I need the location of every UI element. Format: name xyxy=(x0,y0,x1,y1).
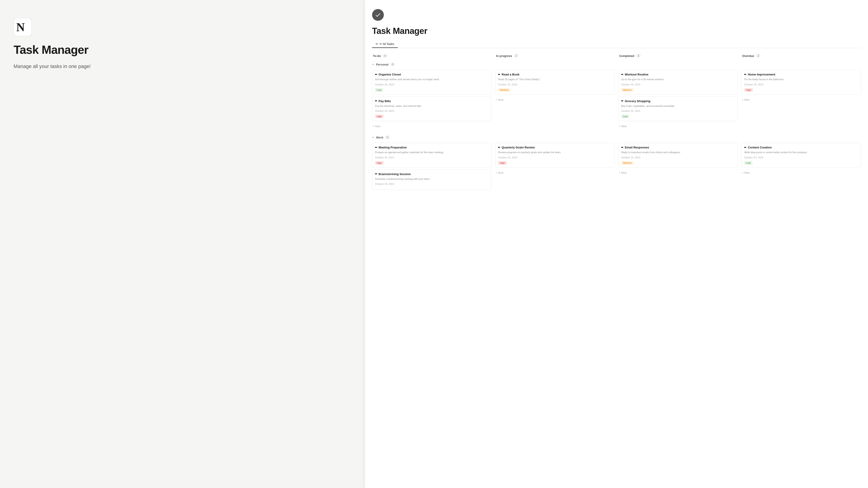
task-date: October 26, 2023 xyxy=(375,83,489,86)
new-label: New xyxy=(744,171,749,174)
tabs-bar: ✏ ✏ All Tasks xyxy=(372,40,861,48)
work-inprogress-col: ✏ Quarterly Goals Review Review progress… xyxy=(495,143,615,192)
group-count-personal: 6 xyxy=(391,63,395,66)
task-title: ✏ Brainstorming Session xyxy=(375,172,489,176)
priority-badge: Low xyxy=(621,115,629,118)
column-title-inprogress: In progress xyxy=(496,54,512,58)
group-toggle-personal[interactable]: ▼ xyxy=(372,63,374,66)
page-wrapper: N Task Manager Manage all your tasks in … xyxy=(0,0,868,488)
personal-inprogress-new[interactable]: + New xyxy=(495,97,615,102)
task-desc: Prepare an agenda and gather materials f… xyxy=(375,151,489,154)
task-date: October 26, 2023 xyxy=(375,156,489,159)
personal-completed-new[interactable]: + New xyxy=(618,124,738,129)
priority-badge: Medium xyxy=(621,161,633,165)
group-work: ▼ Work 5 ✏ Meeting Preparation Prepare a… xyxy=(372,134,861,192)
priority-badge: High xyxy=(744,88,753,92)
new-label: New xyxy=(621,125,627,128)
task-icon: ✏ xyxy=(375,172,377,175)
task-date: October 25, 2023 xyxy=(744,156,858,159)
plus-icon: + xyxy=(619,125,620,128)
personal-overdue-col: ✏ Home Improvement Fix the leaky faucet … xyxy=(741,70,861,129)
priority-badge: Low xyxy=(375,88,383,92)
tab-all-tasks[interactable]: ✏ ✏ All Tasks xyxy=(372,40,398,48)
task-title: ✏ Content Creation xyxy=(744,146,858,149)
task-title: ✏ Quarterly Goals Review xyxy=(498,146,612,149)
work-completed-col: ✏ Email Responses Reply to important ema… xyxy=(618,143,738,192)
task-date: October 26, 2023 xyxy=(498,156,612,159)
column-header-completed: Completed 3 xyxy=(618,53,738,59)
task-icon: ✏ xyxy=(375,146,377,149)
work-inprogress-new[interactable]: + New xyxy=(495,170,615,175)
left-panel: N Task Manager Manage all your tasks in … xyxy=(0,0,365,488)
plus-icon: + xyxy=(742,98,743,101)
task-read-book[interactable]: ✏ Read a Book Read 20 pages of "The Grea… xyxy=(495,70,615,95)
work-completed-new[interactable]: + New xyxy=(618,170,738,175)
new-label: New xyxy=(375,125,380,128)
task-icon: ✏ xyxy=(621,99,623,103)
plus-icon: + xyxy=(495,171,497,174)
task-desc: Go to the gym for a 30-minute workout xyxy=(621,77,735,81)
task-icon: ✏ xyxy=(621,73,623,76)
task-quarterly-goals[interactable]: ✏ Quarterly Goals Review Review progress… xyxy=(495,143,615,168)
plus-icon: + xyxy=(495,98,497,101)
group-header-work: ▼ Work 5 xyxy=(372,134,861,140)
group-toggle-work[interactable]: ▼ xyxy=(372,136,374,139)
task-organize-closet[interactable]: ✏ Organize Closet Sort through clothes a… xyxy=(372,70,492,95)
task-icon: ✏ xyxy=(621,146,623,149)
task-date: October 26, 2023 xyxy=(375,109,489,112)
personal-completed-col: ✏ Workout Routine Go to the gym for a 30… xyxy=(618,70,738,129)
new-label: New xyxy=(621,171,627,174)
tab-label: ✏ All Tasks xyxy=(379,42,394,46)
column-header-todo: To-do 4 xyxy=(372,53,492,59)
group-work-columns: ✏ Meeting Preparation Prepare an agenda … xyxy=(372,143,861,192)
task-title: ✏ Organize Closet xyxy=(375,73,489,76)
personal-overdue-new[interactable]: + New xyxy=(741,97,861,102)
task-title: ✏ Workout Routine xyxy=(621,73,735,76)
column-header-overdue: Overdue 2 xyxy=(741,53,861,59)
group-personal: ▼ Personal 6 ✏ Organize Closet Sort thro… xyxy=(372,61,861,129)
column-count-todo: 4 xyxy=(383,54,388,58)
task-home-improvement[interactable]: ✏ Home Improvement Fix the leaky faucet … xyxy=(741,70,861,95)
task-pay-bills[interactable]: ✏ Pay Bills Pay the electricity, water, … xyxy=(372,96,492,121)
notion-logo: N xyxy=(13,18,32,36)
work-todo-col: ✏ Meeting Preparation Prepare an agenda … xyxy=(372,143,492,192)
column-count-overdue: 2 xyxy=(756,54,761,58)
priority-badge: Medium xyxy=(621,88,633,92)
group-header-personal: ▼ Personal 6 xyxy=(372,61,861,68)
work-overdue-new[interactable]: + New xyxy=(741,170,861,175)
task-icon: ✏ xyxy=(498,146,500,149)
personal-todo-col: ✏ Organize Closet Sort through clothes a… xyxy=(372,70,492,129)
plus-icon: + xyxy=(742,171,743,174)
column-headers-row: To-do 4 In progress 2 Completed 3 Overdu… xyxy=(372,53,861,61)
task-title: ✏ Pay Bills xyxy=(375,99,489,103)
column-overdue: Overdue 2 xyxy=(741,53,861,61)
task-email-responses[interactable]: ✏ Email Responses Reply to important ema… xyxy=(618,143,738,168)
column-inprogress: In progress 2 xyxy=(495,53,615,61)
priority-badge: High xyxy=(375,161,384,165)
task-date: October 26, 2023 xyxy=(498,83,612,86)
priority-badge: High xyxy=(498,161,507,165)
task-title: ✏ Home Improvement xyxy=(744,73,858,76)
priority-badge: Low xyxy=(744,161,752,165)
task-content-creation[interactable]: ✏ Content Creation Write blog posts or s… xyxy=(741,143,861,168)
app-subtitle: Manage all your tasks in one page! xyxy=(13,64,351,69)
column-header-inprogress: In progress 2 xyxy=(495,53,615,59)
task-date: October 26, 2023 xyxy=(621,83,735,86)
task-grocery[interactable]: ✏ Grocery Shopping Buy fruits, vegetable… xyxy=(618,96,738,121)
task-desc: Fix the leaky faucet in the bathroom. xyxy=(744,77,858,81)
task-workout[interactable]: ✏ Workout Routine Go to the gym for a 30… xyxy=(618,70,738,95)
task-desc: Read 20 pages of "The Great Gatsby." xyxy=(498,77,612,81)
column-title-todo: To-do xyxy=(373,54,381,58)
group-title-personal: Personal xyxy=(376,63,389,66)
task-meeting-prep[interactable]: ✏ Meeting Preparation Prepare an agenda … xyxy=(372,143,492,168)
app-title: Task Manager xyxy=(13,43,351,56)
task-icon: ✏ xyxy=(744,146,746,149)
group-count-work: 5 xyxy=(385,135,390,139)
column-todo: To-do 4 xyxy=(372,53,492,61)
task-brainstorming[interactable]: ✏ Brainstorming Session Schedule a brain… xyxy=(372,169,492,190)
task-desc: Pay the electricity, water, and internet… xyxy=(375,104,489,108)
priority-badge: Medium xyxy=(498,88,510,92)
svg-text:N: N xyxy=(16,21,25,34)
task-desc: Buy fruits, vegetables, and household es… xyxy=(621,104,735,108)
personal-todo-new[interactable]: + New xyxy=(372,124,492,129)
